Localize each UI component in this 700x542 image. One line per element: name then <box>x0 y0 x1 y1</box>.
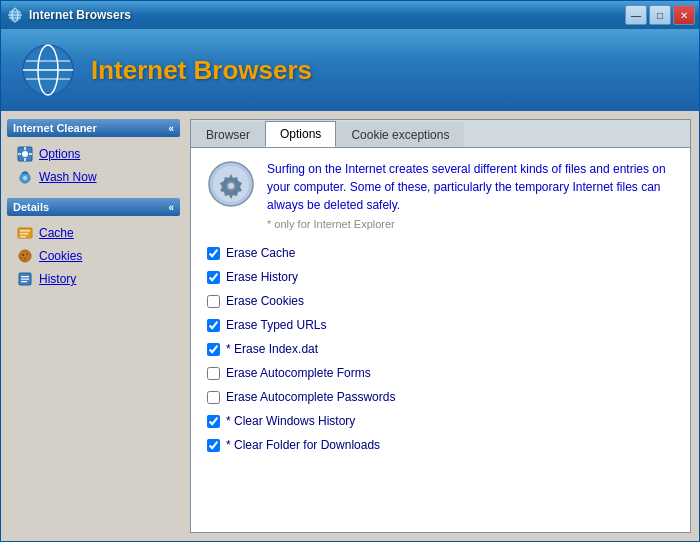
app-title: Internet Browsers <box>91 55 312 86</box>
sidebar-item-history[interactable]: History <box>11 268 176 290</box>
sidebar-item-history-label: History <box>39 272 76 286</box>
checkbox-label-clear-windows-history: * Clear Windows History <box>226 414 355 428</box>
sidebar-section-internet-cleaner: Internet Cleaner « <box>7 119 180 137</box>
svg-point-24 <box>26 253 28 255</box>
title-bar-left: Internet Browsers <box>7 7 131 23</box>
svg-point-23 <box>22 254 24 256</box>
window-title: Internet Browsers <box>29 8 131 22</box>
svg-rect-29 <box>21 279 29 280</box>
tab-cookie-exceptions[interactable]: Cookie exceptions <box>336 122 464 147</box>
checkbox-item-clear-windows-history: * Clear Windows History <box>207 414 674 428</box>
sidebar-item-cache[interactable]: Cache <box>11 222 176 244</box>
close-button[interactable]: ✕ <box>673 5 695 25</box>
sidebar: Internet Cleaner « Op <box>1 111 186 541</box>
checkbox-list: Erase CacheErase HistoryErase CookiesEra… <box>207 246 674 452</box>
main-content: Internet Cleaner « Op <box>1 111 699 541</box>
checkbox-item-erase-index-dat: * Erase Index.dat <box>207 342 674 356</box>
checkbox-erase-history[interactable] <box>207 271 220 284</box>
checkbox-item-erase-history: Erase History <box>207 270 674 284</box>
options-info-icon <box>207 160 255 208</box>
sidebar-item-cache-label: Cache <box>39 226 74 240</box>
ie-note: * only for Internet Explorer <box>267 218 674 230</box>
checkbox-item-erase-autocomplete-passwords: Erase Autocomplete Passwords <box>207 390 674 404</box>
svg-point-17 <box>23 176 27 180</box>
tab-options[interactable]: Options <box>265 121 336 147</box>
checkbox-label-erase-index-dat: * Erase Index.dat <box>226 342 318 356</box>
svg-rect-20 <box>20 233 28 235</box>
svg-rect-28 <box>21 276 29 277</box>
checkbox-clear-folder-downloads[interactable] <box>207 439 220 452</box>
checkbox-item-erase-typed-urls: Erase Typed URLs <box>207 318 674 332</box>
tab-browser[interactable]: Browser <box>191 122 265 147</box>
right-panel: Browser Options Cookie exceptions <box>186 111 699 541</box>
checkbox-erase-autocomplete-passwords[interactable] <box>207 391 220 404</box>
sidebar-items-details: Cache Cookies <box>7 222 180 290</box>
svg-point-11 <box>22 151 28 157</box>
checkbox-label-erase-autocomplete-passwords: Erase Autocomplete Passwords <box>226 390 395 404</box>
sidebar-item-options-label: Options <box>39 147 80 161</box>
checkbox-label-erase-typed-urls: Erase Typed URLs <box>226 318 327 332</box>
svg-point-25 <box>24 258 26 260</box>
options-icon <box>17 146 33 162</box>
checkbox-item-erase-autocomplete-forms: Erase Autocomplete Forms <box>207 366 674 380</box>
title-bar: Internet Browsers — □ ✕ <box>1 1 699 29</box>
checkbox-label-erase-cookies: Erase Cookies <box>226 294 304 308</box>
maximize-button[interactable]: □ <box>649 5 671 25</box>
sidebar-section-details-label: Details <box>13 201 49 213</box>
sidebar-section-internet-cleaner-label: Internet Cleaner <box>13 122 97 134</box>
info-description: Surfing on the Internet creates several … <box>267 160 674 214</box>
checkbox-erase-index-dat[interactable] <box>207 343 220 356</box>
tab-bar: Browser Options Cookie exceptions <box>191 120 690 148</box>
checkbox-label-erase-cache: Erase Cache <box>226 246 295 260</box>
sidebar-item-options[interactable]: Options <box>11 143 176 165</box>
sidebar-items-internet-cleaner: Options Wash Now <box>7 143 180 188</box>
checkbox-label-clear-folder-downloads: * Clear Folder for Downloads <box>226 438 380 452</box>
cache-icon <box>17 225 33 241</box>
checkbox-erase-cache[interactable] <box>207 247 220 260</box>
checkbox-erase-cookies[interactable] <box>207 295 220 308</box>
main-window: Internet Browsers — □ ✕ Internet Browser… <box>0 0 700 542</box>
chevron-up-icon: « <box>168 123 174 134</box>
window-icon <box>7 7 23 23</box>
checkbox-item-erase-cache: Erase Cache <box>207 246 674 260</box>
sidebar-item-cookies-label: Cookies <box>39 249 82 263</box>
wash-icon <box>17 169 33 185</box>
checkbox-item-clear-folder-downloads: * Clear Folder for Downloads <box>207 438 674 452</box>
checkbox-label-erase-autocomplete-forms: Erase Autocomplete Forms <box>226 366 371 380</box>
options-tab-content: Surfing on the Internet creates several … <box>191 148 690 532</box>
sidebar-item-wash-now[interactable]: Wash Now <box>11 166 176 188</box>
checkbox-clear-windows-history[interactable] <box>207 415 220 428</box>
info-box: Surfing on the Internet creates several … <box>207 160 674 230</box>
svg-point-26 <box>21 257 22 258</box>
svg-rect-21 <box>20 236 26 238</box>
svg-point-34 <box>228 183 234 189</box>
svg-rect-19 <box>20 230 30 232</box>
sidebar-item-cookies[interactable]: Cookies <box>11 245 176 267</box>
history-icon <box>17 271 33 287</box>
app-logo <box>21 43 75 97</box>
window-controls: — □ ✕ <box>625 5 695 25</box>
cookies-icon <box>17 248 33 264</box>
sidebar-item-wash-now-label: Wash Now <box>39 170 97 184</box>
checkbox-item-erase-cookies: Erase Cookies <box>207 294 674 308</box>
app-header: Internet Browsers <box>1 29 699 111</box>
checkbox-erase-autocomplete-forms[interactable] <box>207 367 220 380</box>
sidebar-section-details: Details « <box>7 198 180 216</box>
svg-rect-30 <box>21 281 27 282</box>
checkbox-label-erase-history: Erase History <box>226 270 298 284</box>
chevron-up-icon-2: « <box>168 202 174 213</box>
minimize-button[interactable]: — <box>625 5 647 25</box>
checkbox-erase-typed-urls[interactable] <box>207 319 220 332</box>
svg-point-22 <box>19 250 31 262</box>
tab-container: Browser Options Cookie exceptions <box>190 119 691 533</box>
info-text-box: Surfing on the Internet creates several … <box>267 160 674 230</box>
